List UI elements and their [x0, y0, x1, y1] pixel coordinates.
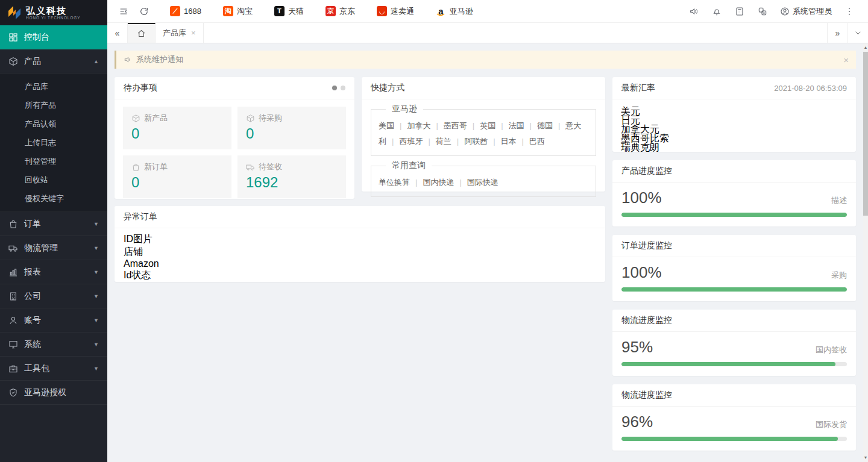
todo-count: 0: [131, 174, 223, 191]
user-menu[interactable]: 系统管理员: [780, 6, 832, 17]
maintenance-alert: 系统维护通知 ×: [115, 51, 856, 69]
monitor-label: 国内签收: [816, 345, 847, 355]
chevron-down-icon: ▼: [93, 342, 99, 348]
shortcut-link-巴西[interactable]: 巴西: [529, 137, 545, 146]
sidebar-item-亚马逊授权[interactable]: 亚马逊授权: [0, 381, 107, 405]
sidebar-item-订单[interactable]: 订单 ▼: [0, 212, 107, 236]
rates-timestamp: 2021-08-20 06:53:09: [774, 84, 847, 93]
carousel-dots: [332, 86, 345, 90]
shortcut-link-单位换算[interactable]: 单位换算: [379, 178, 410, 187]
toolkit-icon: [8, 364, 18, 373]
monitor-card-国内签收: 物流进度监控 95% 国内签收: [612, 310, 856, 376]
carousel-dot-1[interactable]: [332, 86, 337, 90]
tab-close-icon[interactable]: ×: [191, 28, 196, 37]
shortcut-link-墨西哥[interactable]: 墨西哥: [444, 121, 467, 130]
sidebar-item-系统[interactable]: 系统 ▼: [0, 332, 107, 357]
monitor-percent: 95%: [621, 338, 653, 357]
platform-link-亚马逊[interactable]: a 亚马逊: [436, 6, 473, 17]
platform-link-京东[interactable]: 京 京东: [326, 6, 355, 17]
sidebar-item-物流管理[interactable]: 物流管理 ▼: [0, 236, 107, 260]
tab-home[interactable]: [128, 23, 156, 43]
tabs-scroll-left-icon[interactable]: «: [107, 23, 128, 43]
exchange-icon[interactable]: [752, 0, 773, 23]
shortcut-link-美国[interactable]: 美国: [379, 121, 394, 130]
monitor-card-描述: 产品进度监控 100% 描述: [612, 160, 856, 226]
sidebar-subitem-产品认领[interactable]: 产品认领: [0, 114, 107, 133]
bell-icon[interactable]: [706, 0, 727, 23]
monitor-percent: 100%: [621, 189, 662, 207]
shortcut-link-日本[interactable]: 日本: [501, 137, 517, 146]
more-menu-icon[interactable]: [839, 0, 860, 23]
vertical-scrollbar[interactable]: ▲ ▼: [863, 43, 868, 462]
shortcuts-title: 快捷方式: [371, 83, 404, 93]
monitor-card-采购: 订单进度监控 100% 采购: [612, 235, 856, 301]
monitor-label: 国际发货: [816, 419, 847, 430]
dashboard-icon: [8, 33, 18, 42]
home-icon: [137, 29, 146, 38]
platform-link-天猫[interactable]: T 天猫: [274, 6, 304, 17]
announcement-icon[interactable]: [684, 0, 704, 23]
shortcut-link-德国[interactable]: 德国: [537, 121, 553, 130]
shortcut-link-荷兰[interactable]: 荷兰: [436, 137, 451, 146]
sidebar-subitem-产品库[interactable]: 产品库: [0, 77, 107, 96]
content: 系统维护通知 × 待办事项: [107, 43, 863, 462]
sidebar-item-工具包[interactable]: 工具包 ▼: [0, 357, 107, 381]
box-icon: [131, 114, 140, 123]
platform-link-1688[interactable]: ⟋ 1688: [170, 6, 201, 16]
shortcut-group: 常用查询 单位换算|国内快递|国际快递: [371, 166, 596, 197]
todo-tile-新产品[interactable]: 新产品 0: [123, 107, 231, 149]
monitor-title: 物流进度监控: [621, 315, 672, 326]
sidebar-item-产品[interactable]: 产品 ▲: [0, 49, 107, 73]
calculator-icon[interactable]: [729, 0, 750, 23]
shortcut-link-法国[interactable]: 法国: [509, 121, 524, 130]
todo-tile-新订单[interactable]: 新订单 0: [123, 155, 231, 198]
shortcut-link-加拿大[interactable]: 加拿大: [407, 121, 430, 130]
scroll-down-icon[interactable]: ▼: [863, 455, 868, 461]
chevron-down-icon: ▼: [93, 245, 99, 251]
collapse-sidebar-icon[interactable]: [113, 0, 134, 23]
speaker-icon: [124, 55, 132, 64]
monitor-card-国际发货: 物流进度监控 96% 国际发货: [612, 384, 856, 451]
alert-text: 系统维护通知: [136, 54, 843, 65]
monitor-percent: 96%: [621, 413, 653, 431]
tabs-menu-icon[interactable]: [848, 23, 868, 43]
chevron-down-icon: ▼: [93, 366, 99, 372]
carousel-dot-2[interactable]: [341, 86, 345, 90]
avatar-icon: [780, 7, 790, 16]
tabs-scroll-right-icon[interactable]: »: [827, 23, 848, 43]
amazon-auth-icon: [8, 388, 18, 398]
sidebar-item-报表[interactable]: 报表 ▼: [0, 260, 107, 284]
progress-bar: [621, 287, 847, 292]
user-name: 系统管理员: [793, 6, 832, 17]
scrollbar-thumb[interactable]: [863, 52, 868, 216]
sidebar-subitem-侵权关键字[interactable]: 侵权关键字: [0, 189, 107, 208]
platform-link-淘宝[interactable]: 淘 淘宝: [223, 6, 253, 17]
shortcut-link-英国[interactable]: 英国: [480, 121, 495, 130]
sidebar-item-账号[interactable]: 账号 ▼: [0, 308, 107, 332]
todo-tile-待采购[interactable]: 待采购 0: [237, 107, 346, 149]
shortcut-link-阿联酋[interactable]: 阿联酋: [464, 137, 488, 146]
sidebar-subitem-回收站[interactable]: 回收站: [0, 170, 107, 189]
alert-close-icon[interactable]: ×: [843, 55, 849, 65]
logo-title: 弘义科技: [26, 6, 85, 16]
monitor-percent: 100%: [621, 263, 662, 282]
orders-title: 异常订单: [124, 211, 157, 222]
sidebar-subitem-所有产品[interactable]: 所有产品: [0, 96, 107, 114]
platform-link-速卖通[interactable]: ◡ 速卖通: [377, 6, 414, 17]
progress-bar: [621, 437, 847, 441]
todo-tile-待签收[interactable]: 待签收 1692: [237, 155, 346, 198]
topbar: ⟋ 1688 淘 淘宝 T 天猫 京 京东 ◡ 速卖通 a 亚马逊: [107, 0, 868, 23]
refresh-icon[interactable]: [134, 0, 154, 23]
shortcut-link-国际快递[interactable]: 国际快递: [467, 178, 498, 187]
app-window: 弘义科技 HONG YI TECHNOLOGY 控制台 产品 ▲ 产品库所有产品…: [0, 0, 868, 462]
todo-count: 0: [131, 125, 223, 142]
shortcut-link-国内快递[interactable]: 国内快递: [423, 178, 454, 187]
scroll-up-icon[interactable]: ▲: [863, 45, 868, 51]
sidebar-item-控制台[interactable]: 控制台: [0, 25, 107, 49]
sidebar-item-公司[interactable]: 公司 ▼: [0, 284, 107, 308]
logo-subtitle: HONG YI TECHNOLOGY: [26, 16, 80, 19]
sidebar-subitem-上传日志[interactable]: 上传日志: [0, 133, 107, 152]
shortcut-link-西班牙[interactable]: 西班牙: [399, 137, 423, 146]
tab-product-library[interactable]: 产品库 ×: [156, 23, 204, 43]
sidebar-subitem-刊登管理[interactable]: 刊登管理: [0, 152, 107, 170]
